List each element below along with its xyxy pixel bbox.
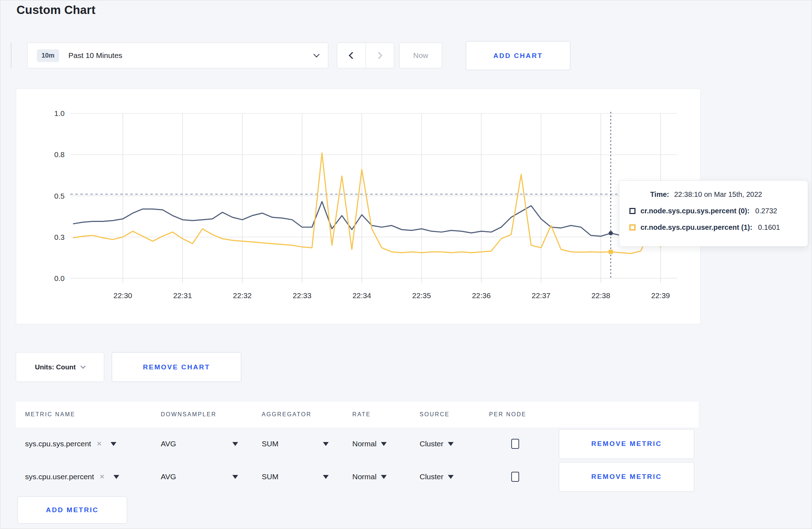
x-axis-tick-label: 22:38 (591, 291, 610, 300)
per-node-cell (489, 472, 559, 482)
aggregator-value: SUM (262, 440, 279, 448)
caret-down-icon (323, 475, 329, 479)
now-button[interactable]: Now (399, 43, 442, 68)
table-row: sys.cpu.user.percent ✕ AVG SUM Normal Cl… (16, 460, 699, 493)
x-axis-tick-label: 22:31 (173, 291, 192, 300)
custom-chart-page: Custom Chart 10m Past 10 Minutes Now ADD… (0, 0, 812, 529)
x-axis-tick-label: 22:33 (293, 291, 311, 300)
source-select[interactable]: Cluster (420, 440, 489, 448)
caret-down-icon (448, 475, 454, 479)
tooltip-series-row-sys: cr.node.sys.cpu.sys.percent (0): 0.2732 (629, 207, 808, 215)
downsampler-value: AVG (161, 440, 176, 448)
series-line-1 (73, 153, 671, 253)
table-row: sys.cpu.sys.percent ✕ AVG SUM Normal Clu… (16, 427, 699, 460)
y-axis-tick-label: 0.8 (54, 150, 64, 159)
aggregator-select[interactable]: SUM (262, 440, 352, 448)
tooltip-series-row-user: cr.node.sys.cpu.user.percent (1): 0.1601 (629, 223, 808, 232)
aggregator-select[interactable]: SUM (262, 472, 352, 481)
column-header-source: SOURCE (420, 411, 489, 418)
x-axis-tick-label: 22:34 (352, 291, 371, 300)
actions-cell: REMOVE METRIC (559, 462, 699, 492)
metrics-table-body: sys.cpu.sys.percent ✕ AVG SUM Normal Clu… (16, 427, 699, 493)
caret-down-icon[interactable] (113, 475, 119, 479)
caret-down-icon (323, 442, 329, 446)
time-series-chart[interactable]: 1.00.80.50.30.022:3022:3122:3222:3322:34… (16, 89, 700, 324)
chevron-down-icon (314, 52, 320, 58)
chevron-right-icon (375, 52, 382, 59)
aggregator-value: SUM (262, 472, 279, 481)
caret-down-icon (232, 442, 238, 446)
column-header-per-node: PER NODE (489, 411, 559, 418)
chevron-down-icon (81, 363, 86, 368)
toolbar-left-divider (11, 43, 11, 68)
metric-name-select[interactable]: sys.cpu.sys.percent ✕ (25, 440, 161, 448)
metric-name-value: sys.cpu.user.percent (25, 472, 94, 481)
x-axis-tick-label: 22:36 (472, 291, 490, 300)
per-node-checkbox[interactable] (511, 472, 519, 482)
y-axis-tick-label: 0.3 (54, 233, 64, 241)
sys-series-swatch-icon (629, 208, 635, 214)
chart-card: 1.00.80.50.30.022:3022:3122:3222:3322:34… (16, 88, 701, 324)
per-node-cell (489, 439, 559, 449)
units-dropdown[interactable]: Units: Count (16, 352, 104, 382)
tooltip-time-row: Time:22:38:10 on Mar 15th, 2022 (650, 190, 808, 199)
downsampler-value: AVG (161, 472, 176, 481)
units-dropdown-label: Units: Count (35, 363, 76, 371)
series-line-0 (73, 202, 671, 236)
crosshair-marker-1 (609, 250, 613, 254)
tooltip-series-value: 0.1601 (758, 223, 780, 232)
rate-value: Normal (352, 440, 377, 448)
prev-time-button[interactable] (337, 43, 366, 68)
rate-select[interactable]: Normal (352, 440, 420, 448)
chevron-left-icon (349, 52, 356, 59)
y-axis-tick-label: 0.5 (54, 192, 64, 200)
page-title: Custom Chart (16, 3, 96, 17)
x-axis-tick-label: 22:32 (233, 291, 252, 300)
chart-tooltip: Time:22:38:10 on Mar 15th, 2022 cr.node.… (619, 180, 808, 247)
caret-down-icon[interactable] (111, 442, 116, 446)
downsampler-select[interactable]: AVG (161, 440, 262, 448)
x-axis-tick-label: 22:37 (532, 291, 550, 300)
time-range-selector[interactable]: 10m Past 10 Minutes (27, 43, 328, 68)
tooltip-series-name: cr.node.sys.cpu.user.percent (1): (641, 223, 752, 232)
source-value: Cluster (420, 440, 444, 448)
rate-value: Normal (352, 472, 377, 481)
remove-metric-button[interactable]: REMOVE METRIC (559, 462, 694, 492)
source-select[interactable]: Cluster (420, 472, 489, 481)
y-axis-tick-label: 0.0 (54, 274, 64, 282)
tooltip-time-value: 22:38:10 on Mar 15th, 2022 (674, 190, 762, 198)
downsampler-select[interactable]: AVG (161, 472, 262, 481)
column-header-downsampler: DOWNSAMPLER (161, 411, 262, 418)
user-series-swatch-icon (629, 224, 635, 230)
rate-select[interactable]: Normal (352, 472, 420, 481)
time-range-label: Past 10 Minutes (68, 51, 122, 60)
y-axis-tick-label: 1.0 (54, 109, 64, 117)
actions-cell: REMOVE METRIC (559, 429, 699, 459)
time-nav-group (337, 43, 394, 68)
clear-metric-icon[interactable]: ✕ (96, 440, 102, 448)
caret-down-icon (381, 442, 387, 446)
x-axis-tick-label: 22:39 (651, 291, 670, 300)
caret-down-icon (448, 442, 454, 446)
metrics-table-header: METRIC NAME DOWNSAMPLER AGGREGATOR RATE … (16, 402, 699, 427)
time-range-badge: 10m (37, 49, 59, 62)
next-time-button[interactable] (366, 43, 394, 68)
column-header-metric-name: METRIC NAME (25, 411, 161, 418)
remove-chart-button[interactable]: REMOVE CHART (112, 352, 241, 382)
metric-name-select[interactable]: sys.cpu.user.percent ✕ (25, 472, 161, 481)
per-node-checkbox[interactable] (511, 439, 519, 449)
clear-metric-icon[interactable]: ✕ (100, 473, 105, 481)
x-axis-tick-label: 22:35 (412, 291, 431, 300)
tooltip-series-value: 0.2732 (755, 207, 777, 215)
add-metric-button[interactable]: ADD METRIC (18, 496, 127, 524)
column-header-rate: RATE (352, 411, 420, 418)
remove-metric-button[interactable]: REMOVE METRIC (559, 429, 694, 459)
column-header-aggregator: AGGREGATOR (262, 411, 352, 418)
crosshair-marker-0 (609, 231, 613, 236)
x-axis-tick-label: 22:30 (113, 291, 132, 300)
metric-name-value: sys.cpu.sys.percent (25, 440, 91, 448)
tooltip-series-name: cr.node.sys.cpu.sys.percent (0): (641, 207, 750, 215)
caret-down-icon (381, 475, 387, 479)
tooltip-time-label: Time: (650, 190, 669, 198)
add-chart-button[interactable]: ADD CHART (466, 41, 570, 70)
